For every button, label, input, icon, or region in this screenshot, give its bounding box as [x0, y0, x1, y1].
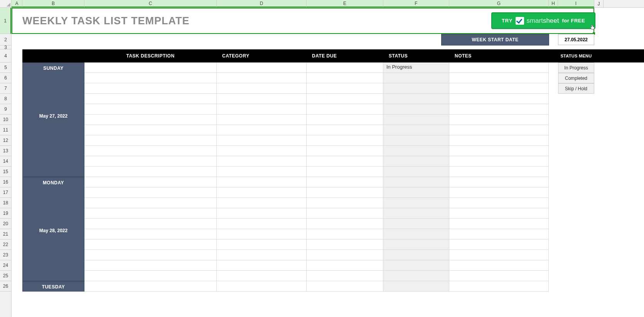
row-header-15[interactable]: 15 [0, 167, 11, 177]
cell-notes[interactable] [449, 83, 549, 94]
cell-category[interactable] [217, 94, 307, 104]
row-header-22[interactable]: 22 [0, 239, 11, 250]
cell-category[interactable] [217, 146, 307, 156]
cell-task[interactable] [84, 187, 217, 198]
cell-notes[interactable] [449, 198, 549, 208]
row-header-9[interactable]: 9 [0, 104, 11, 115]
col-header-H[interactable]: H [549, 0, 558, 7]
cell-notes[interactable] [449, 208, 549, 219]
cell-notes[interactable] [449, 281, 549, 292]
cell-date-due[interactable] [307, 146, 383, 156]
cell-status[interactable] [383, 229, 449, 239]
cell-notes[interactable] [449, 260, 549, 271]
cell-category[interactable] [217, 250, 307, 260]
row-header-6[interactable]: 6 [0, 73, 11, 83]
cell-status[interactable] [383, 208, 449, 219]
cell-task[interactable] [84, 146, 217, 156]
cell-date-due[interactable] [307, 187, 383, 198]
cell-date-due[interactable] [307, 167, 383, 177]
cell-status[interactable] [383, 167, 449, 177]
cell-category[interactable] [217, 229, 307, 239]
week-start-date-value[interactable]: 27.05.2022 [558, 34, 594, 45]
cell-task[interactable] [84, 219, 217, 229]
cell-category[interactable] [217, 281, 307, 292]
cell-notes[interactable] [449, 125, 549, 135]
cell-notes[interactable] [449, 177, 549, 187]
col-header-B[interactable]: B [22, 0, 84, 7]
cell-category[interactable] [217, 271, 307, 281]
row-header-10[interactable]: 10 [0, 115, 11, 125]
cell-category[interactable] [217, 125, 307, 135]
try-smartsheet-button[interactable]: TRY smartsheet for FREE [491, 12, 595, 29]
cell-task[interactable] [84, 250, 217, 260]
cell-category[interactable] [217, 135, 307, 146]
cell-notes[interactable] [449, 271, 549, 281]
row-header-18[interactable]: 18 [0, 198, 11, 208]
select-all-corner[interactable] [0, 0, 12, 8]
cell-task[interactable] [84, 281, 217, 292]
row-header-21[interactable]: 21 [0, 229, 11, 239]
cell-notes[interactable] [449, 156, 549, 167]
cell-status[interactable] [383, 239, 449, 250]
cell-task[interactable] [84, 239, 217, 250]
row-header-23[interactable]: 23 [0, 250, 11, 260]
cell-task[interactable] [84, 104, 217, 115]
row-header-3[interactable]: 3 [0, 46, 11, 49]
row-header-16[interactable]: 16 [0, 177, 11, 187]
row-header-14[interactable]: 14 [0, 156, 11, 167]
row-header-11[interactable]: 11 [0, 125, 11, 135]
col-header-A[interactable]: A [12, 0, 22, 7]
cell-date-due[interactable] [307, 208, 383, 219]
cell-category[interactable] [217, 260, 307, 271]
cell-task[interactable] [84, 260, 217, 271]
row-header-1[interactable]: 1 [0, 8, 11, 34]
cell-status[interactable] [383, 125, 449, 135]
cell-category[interactable] [217, 115, 307, 125]
row-header-17[interactable]: 17 [0, 187, 11, 198]
cell-task[interactable] [84, 177, 217, 187]
col-header-F[interactable]: F [383, 0, 449, 7]
cell-category[interactable] [217, 167, 307, 177]
cell-date-due[interactable] [307, 271, 383, 281]
cell-notes[interactable] [449, 104, 549, 115]
cell-status[interactable] [383, 156, 449, 167]
cell-status[interactable] [383, 281, 449, 292]
cell-date-due[interactable] [307, 125, 383, 135]
cell-task[interactable] [84, 208, 217, 219]
cell-date-due[interactable] [307, 83, 383, 94]
cell-date-due[interactable] [307, 94, 383, 104]
cell-task[interactable] [84, 125, 217, 135]
cell-date-due[interactable] [307, 62, 383, 73]
cell-status[interactable] [383, 271, 449, 281]
cell-date-due[interactable] [307, 281, 383, 292]
cell-notes[interactable] [449, 187, 549, 198]
col-header-J[interactable]: J [594, 0, 604, 7]
cell-status[interactable] [383, 187, 449, 198]
cell-notes[interactable] [449, 250, 549, 260]
row-header-2[interactable]: 2 [0, 34, 11, 46]
cell-task[interactable] [84, 94, 217, 104]
col-header-G[interactable]: G [449, 0, 549, 7]
cell-status[interactable] [383, 260, 449, 271]
cell-category[interactable] [217, 104, 307, 115]
cell-notes[interactable] [449, 135, 549, 146]
cell-category[interactable] [217, 73, 307, 83]
cell-task[interactable] [84, 62, 217, 73]
cell-category[interactable] [217, 198, 307, 208]
cell-date-due[interactable] [307, 198, 383, 208]
cell-category[interactable] [217, 62, 307, 73]
cell-date-due[interactable] [307, 73, 383, 83]
cell-task[interactable] [84, 271, 217, 281]
cell-task[interactable] [84, 167, 217, 177]
cell-status[interactable] [383, 104, 449, 115]
cell-task[interactable] [84, 135, 217, 146]
cell-notes[interactable] [449, 73, 549, 83]
cell-date-due[interactable] [307, 104, 383, 115]
cell-status[interactable] [383, 83, 449, 94]
cell-task[interactable] [84, 229, 217, 239]
cell-status[interactable] [383, 135, 449, 146]
row-header-7[interactable]: 7 [0, 83, 11, 94]
cell-task[interactable] [84, 115, 217, 125]
cell-category[interactable] [217, 83, 307, 94]
cell-notes[interactable] [449, 167, 549, 177]
